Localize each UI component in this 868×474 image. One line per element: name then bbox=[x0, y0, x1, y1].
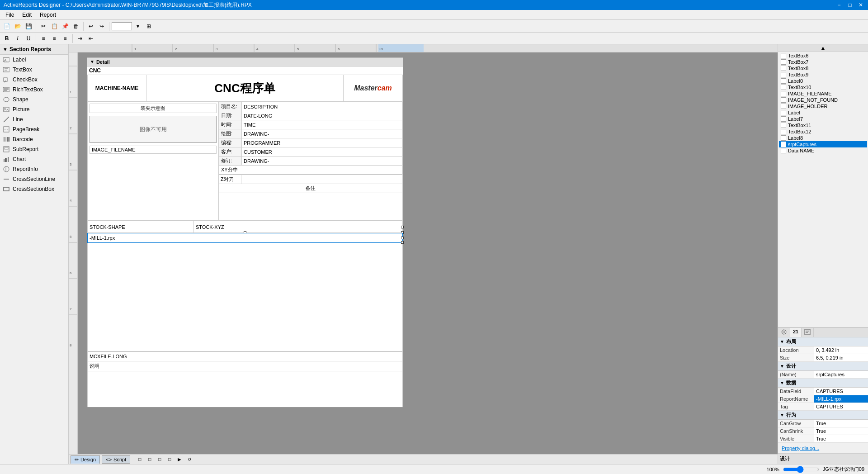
tree-textbox9[interactable]: TextBox9 bbox=[779, 71, 867, 78]
zoom-fit-button[interactable]: ⊞ bbox=[144, 21, 154, 31]
tree-cb-textbox10[interactable] bbox=[781, 85, 786, 90]
tree-cb-image-not-found[interactable] bbox=[781, 97, 786, 103]
tab-btn-3[interactable]: □ bbox=[156, 455, 164, 464]
menu-report[interactable]: Report bbox=[36, 11, 60, 19]
tree-cb-data-name[interactable] bbox=[781, 148, 786, 153]
prop-section-data[interactable]: ▼ 数据 bbox=[778, 379, 868, 388]
tool-richtextbox[interactable]: RichTextBox bbox=[0, 85, 68, 95]
tree-cb-image-holder[interactable] bbox=[781, 104, 786, 109]
tree-label7[interactable]: Label7 bbox=[779, 116, 867, 122]
zoom-dropdown[interactable]: ▾ bbox=[133, 21, 143, 31]
tree-srptcaptures[interactable]: srptCaptures bbox=[779, 141, 867, 147]
indent-button[interactable]: ⇥ bbox=[75, 33, 85, 43]
tree-cb-textbox6[interactable] bbox=[781, 53, 786, 58]
tree-cb-textbox7[interactable] bbox=[781, 59, 786, 65]
tool-reportinfo[interactable]: i ReportInfo bbox=[0, 164, 68, 174]
align-center[interactable]: ≡ bbox=[49, 33, 59, 43]
tab-btn-1[interactable]: □ bbox=[136, 455, 144, 464]
mill-row[interactable]: -MILL-1.rpx bbox=[87, 233, 403, 243]
tool-pagebreak[interactable]: PageBreak bbox=[0, 124, 68, 134]
tree-textbox7[interactable]: TextBox7 bbox=[779, 59, 867, 65]
tree-cb-label0[interactable] bbox=[781, 78, 786, 84]
tree-label0[interactable]: Label0 bbox=[779, 78, 867, 84]
tree-label[interactable]: Label bbox=[779, 109, 867, 116]
script-tab[interactable]: <> Script bbox=[102, 455, 130, 464]
tree-cb-textbox11[interactable] bbox=[781, 123, 786, 128]
tool-chart[interactable]: Chart bbox=[0, 154, 68, 164]
redo-button[interactable]: ↪ bbox=[97, 21, 107, 31]
tree-cb-srptcaptures[interactable] bbox=[781, 142, 786, 147]
tool-line[interactable]: Line bbox=[0, 114, 68, 124]
tree-cb-textbox9[interactable] bbox=[781, 72, 786, 77]
format-underline[interactable]: U bbox=[24, 33, 33, 43]
tree-scroll-up[interactable]: ▲ bbox=[778, 44, 868, 52]
tree-image-holder[interactable]: IMAGE_HOLDER bbox=[779, 103, 867, 109]
reportname-val[interactable]: -MILL-1.rpx bbox=[814, 395, 868, 403]
tool-checkbox[interactable]: ✓ CheckBox bbox=[0, 75, 68, 85]
tree-textbox10[interactable]: TextBox10 bbox=[779, 84, 867, 90]
new-button[interactable]: 📄 bbox=[2, 21, 12, 31]
tree-textbox12[interactable]: TextBox12 bbox=[779, 128, 867, 135]
prop-tab-events[interactable] bbox=[802, 328, 814, 337]
tree-image-filename[interactable]: IMAGE_FILENAME bbox=[779, 90, 867, 97]
tree-cb-label[interactable] bbox=[781, 110, 786, 115]
cangrow-val[interactable]: True bbox=[814, 420, 868, 427]
tool-shape[interactable]: Shape bbox=[0, 95, 68, 104]
scrollable-canvas[interactable]: ▼ Detail CNC bbox=[78, 52, 778, 454]
align-left[interactable]: ≡ bbox=[38, 33, 48, 43]
prop-section-behavior[interactable]: ▼ 行为 bbox=[778, 411, 868, 420]
tool-barcode[interactable]: Barcode bbox=[0, 134, 68, 144]
format-italic[interactable]: I bbox=[13, 33, 23, 43]
close-button[interactable]: ✕ bbox=[857, 2, 864, 8]
open-button[interactable]: 📂 bbox=[13, 21, 23, 31]
tab-btn-4[interactable]: □ bbox=[165, 455, 174, 464]
tool-picture[interactable]: Picture bbox=[0, 104, 68, 114]
name-val[interactable]: srptCaptures bbox=[814, 371, 868, 378]
tool-crosssectionline[interactable]: CrossSectionLine bbox=[0, 174, 68, 184]
tree-data-name[interactable]: Data NAME bbox=[779, 147, 867, 154]
zoom-slider[interactable] bbox=[783, 466, 819, 473]
cut-button[interactable]: ✂ bbox=[38, 21, 48, 31]
tag-val[interactable]: CAPTURES bbox=[814, 403, 868, 410]
prop-tab-list[interactable]: 21 bbox=[790, 328, 802, 337]
tree-cb-textbox12[interactable] bbox=[781, 129, 786, 134]
save-button[interactable]: 💾 bbox=[24, 21, 33, 31]
tool-subreport[interactable]: SubReport bbox=[0, 144, 68, 154]
tree-textbox11[interactable]: TextBox11 bbox=[779, 122, 867, 128]
property-dialog-link[interactable]: Property dialog... bbox=[780, 444, 821, 453]
delete-button[interactable]: 🗑 bbox=[71, 21, 81, 31]
detail-collapse-icon[interactable]: ▼ bbox=[90, 59, 94, 64]
tool-crosssectionbox[interactable]: CrossSectionBox bbox=[0, 184, 68, 194]
menu-file[interactable]: File bbox=[2, 11, 18, 19]
tree-cb-textbox8[interactable] bbox=[781, 66, 786, 71]
zoom-input[interactable]: 100% bbox=[112, 22, 132, 30]
location-val[interactable]: 0, 3.492 in bbox=[814, 346, 868, 354]
tab-btn-2[interactable]: □ bbox=[146, 455, 154, 464]
outdent-button[interactable]: ⇤ bbox=[86, 33, 96, 43]
tree-textbox6[interactable]: TextBox6 bbox=[779, 52, 867, 59]
minimize-button[interactable]: − bbox=[835, 2, 843, 8]
undo-button[interactable]: ↩ bbox=[86, 21, 96, 31]
maximize-button[interactable]: □ bbox=[846, 2, 854, 8]
tab-btn-6[interactable]: ↺ bbox=[185, 455, 193, 464]
prop-tab-settings[interactable] bbox=[778, 328, 790, 337]
align-right[interactable]: ≡ bbox=[60, 33, 70, 43]
tree-textbox8[interactable]: TextBox8 bbox=[779, 65, 867, 71]
tool-textbox[interactable]: TextBox bbox=[0, 65, 68, 75]
tree-label8[interactable]: Label8 bbox=[779, 135, 867, 141]
tree-image-not-found[interactable]: IMAGE_NOT_FOUND bbox=[779, 97, 867, 103]
design-tab[interactable]: ✏ Design bbox=[71, 455, 100, 464]
prop-section-design[interactable]: ▼ 设计 bbox=[778, 362, 868, 371]
tool-label[interactable]: A Label bbox=[0, 55, 68, 65]
tab-btn-5[interactable]: ▶ bbox=[175, 455, 184, 464]
tree-cb-image-filename[interactable] bbox=[781, 91, 786, 96]
menu-edit[interactable]: Edit bbox=[19, 11, 35, 19]
paste-button[interactable]: 📌 bbox=[60, 21, 70, 31]
datafield-val[interactable]: CAPTURES bbox=[814, 388, 868, 395]
prop-section-layout[interactable]: ▼ 布局 bbox=[778, 337, 868, 346]
format-bold[interactable]: B bbox=[2, 33, 12, 43]
tree-cb-label8[interactable] bbox=[781, 135, 786, 141]
visible-val[interactable]: True bbox=[814, 435, 868, 442]
copy-button[interactable]: 📋 bbox=[49, 21, 59, 31]
canshrink-val[interactable]: True bbox=[814, 427, 868, 435]
